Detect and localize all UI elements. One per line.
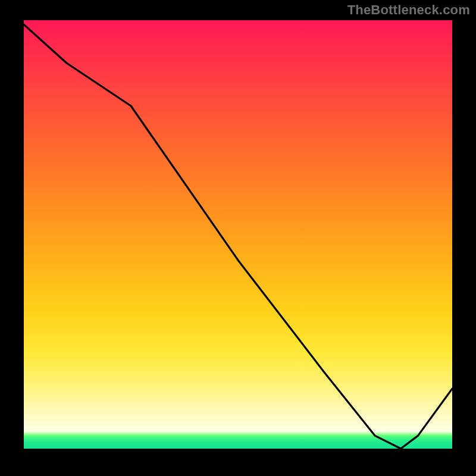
- top-border: [21, 18, 455, 20]
- watermark-text: TheBottleneck.com: [347, 2, 470, 18]
- x-axis-line: [21, 449, 455, 451]
- right-border: [452, 18, 455, 451]
- y-axis-line: [21, 18, 24, 451]
- plot-area: [24, 20, 452, 449]
- chart-frame: TheBottleneck.com: [0, 0, 476, 476]
